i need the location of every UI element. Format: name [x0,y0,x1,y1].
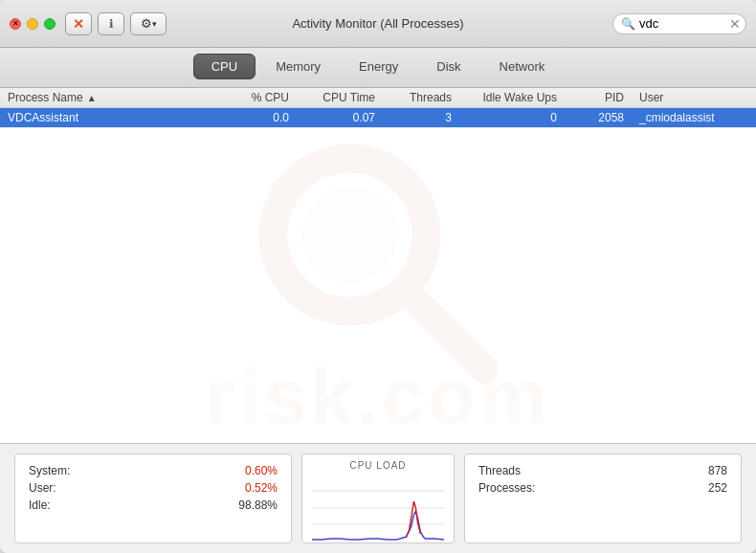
info-button[interactable]: ℹ [98,12,124,35]
search-clear-button[interactable]: ✕ [729,16,741,32]
stop-icon: ✕ [73,16,84,32]
stats-bar: System: 0.60% User: 0.52% Idle: 98.88% C… [0,443,756,553]
cell-user: _cmiodalassist [632,111,756,124]
search-input[interactable] [639,16,725,31]
toolbar-buttons: ✕ ℹ ⚙ ▾ [65,12,167,35]
stop-button[interactable]: ✕ [65,12,92,35]
minimize-button[interactable] [27,18,38,30]
idle-label: Idle: [29,498,51,512]
svg-point-2 [301,188,397,283]
stats-row-idle: Idle: 98.88% [29,498,278,512]
col-threads[interactable]: Threads [383,91,459,104]
tab-cpu[interactable]: CPU [193,54,256,79]
title-bar: ✕ ✕ ℹ ⚙ ▾ Activity Monitor (All Processe… [0,0,756,48]
stats-row-threads: Threads 878 [478,464,727,477]
system-label: System: [29,464,70,477]
col-cpu-time[interactable]: CPU Time [297,91,383,104]
gear-icon: ⚙ [141,16,152,31]
threads-value: 878 [708,464,727,477]
svg-point-0 [273,159,426,312]
info-icon: ℹ [109,17,114,31]
system-value: 0.60% [245,464,278,477]
cell-process-name: VDCAssistant [0,111,220,124]
watermark: risk.com [205,111,550,441]
col-pid[interactable]: PID [565,91,632,104]
svg-line-1 [407,293,483,369]
col-user[interactable]: User [632,91,756,104]
search-bar: 🔍 ✕ [612,13,746,34]
cell-cpu-time: 0.07 [297,111,383,124]
gear-dropdown-icon: ▾ [152,19,157,29]
search-icon: 🔍 [621,17,635,31]
window-title-text: Activity Monitor (All Processes) [292,16,463,31]
cpu-stats-panel: System: 0.60% User: 0.52% Idle: 98.88% [14,453,292,543]
window-title: Activity Monitor (All Processes) [292,16,463,31]
processes-value: 252 [708,481,727,495]
idle-value: 98.88% [238,498,278,512]
tab-network[interactable]: Network [481,54,564,79]
cell-pct-cpu: 0.0 [220,111,297,124]
activity-monitor-window: ✕ ✕ ℹ ⚙ ▾ Activity Monitor (All Processe… [0,0,756,553]
cell-idle-wake: 0 [459,111,565,124]
processes-label: Processes: [478,481,535,495]
cpu-load-title: CPU LOAD [349,460,406,471]
close-button[interactable]: ✕ [10,18,21,30]
col-process-name[interactable]: Process Name ▲ [0,91,220,104]
tab-disk[interactable]: Disk [418,54,478,79]
stats-row-system: System: 0.60% [29,464,278,477]
cell-pid: 2058 [565,111,632,124]
close-icon: ✕ [12,19,19,28]
tab-energy[interactable]: Energy [341,54,416,79]
traffic-lights: ✕ [10,18,56,30]
tab-bar: CPU Memory Energy Disk Network [0,48,756,88]
col-idle-wake[interactable]: Idle Wake Ups [459,91,565,104]
cpu-load-chart [312,475,444,544]
column-headers: Process Name ▲ % CPU CPU Time Threads Id… [0,88,756,108]
gear-button[interactable]: ⚙ ▾ [130,12,167,35]
table-row[interactable]: VDCAssistant 0.0 0.07 3 0 2058 _cmiodala… [0,108,756,128]
stats-row-user: User: 0.52% [29,481,278,495]
threads-label: Threads [478,464,521,477]
right-stats-panel: Threads 878 Processes: 252 [464,453,742,543]
user-label: User: [29,481,56,495]
cpu-load-panel: CPU LOAD [301,453,455,543]
user-value: 0.52% [245,481,278,495]
maximize-button[interactable] [44,18,56,30]
stats-row-processes: Processes: 252 [478,481,727,495]
tab-memory[interactable]: Memory [257,54,339,79]
process-list: risk.com VDCAssistant 0.0 0.07 3 0 2058 [0,108,756,443]
sort-arrow-icon: ▲ [87,93,97,103]
cell-threads: 3 [383,111,459,124]
col-pct-cpu[interactable]: % CPU [220,91,297,104]
